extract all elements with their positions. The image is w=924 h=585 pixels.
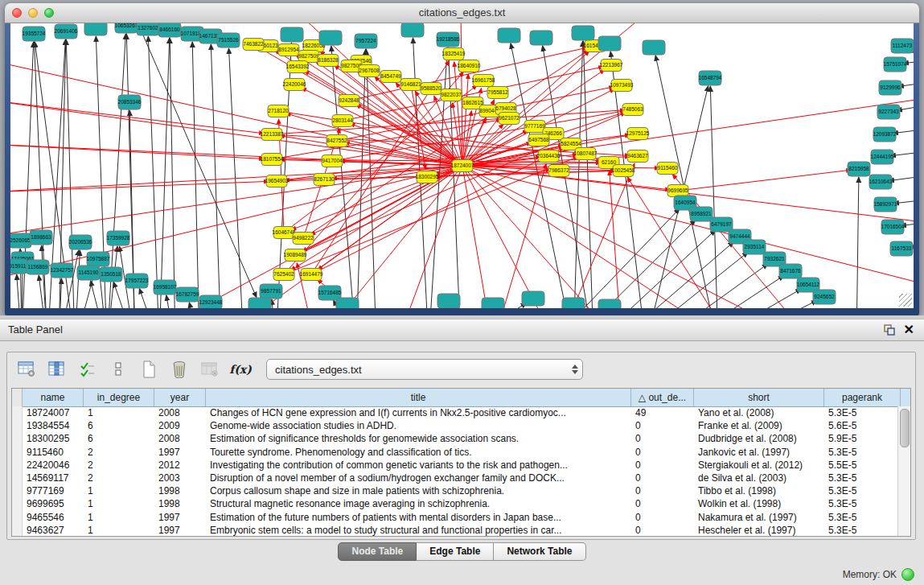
network-node[interactable]: 12213967 <box>600 60 623 72</box>
function-builder-icon[interactable]: f(x) <box>229 358 252 381</box>
network-graph[interactable]: 1872400788601238912954182260589827509165… <box>10 23 914 308</box>
table-row[interactable]: 1938455462009Genome-wide association stu… <box>12 419 898 432</box>
network-node[interactable]: 16961758 <box>472 75 495 87</box>
network-node[interactable]: 9227343 <box>877 105 900 119</box>
network-node[interactable]: 15751074 <box>884 57 907 72</box>
new-document-icon[interactable] <box>138 358 160 381</box>
network-node[interactable]: 9699695 <box>667 185 688 197</box>
network-node[interactable] <box>572 26 594 40</box>
network-node[interactable]: 10807487 <box>574 148 598 160</box>
network-node[interactable]: 12975125 <box>626 128 650 140</box>
network-node[interactable]: 8186328 <box>318 55 339 67</box>
row-checks-icon[interactable] <box>76 358 99 381</box>
network-node[interactable]: 9242848 <box>339 95 359 107</box>
table-row[interactable]: 946362711997Embryonic stem cells: a mode… <box>12 524 898 537</box>
network-node[interactable]: 9245652 <box>813 290 836 304</box>
network-node[interactable]: 2967608 <box>359 65 380 77</box>
network-node[interactable]: 16958107 <box>154 280 177 295</box>
network-node[interactable]: 2935114 <box>743 240 766 254</box>
column-header-in_degree[interactable]: in_degree <box>84 389 154 406</box>
network-node[interactable]: 19355724 <box>23 27 46 41</box>
network-node[interactable]: 2803144 <box>332 115 353 127</box>
network-node[interactable]: 20691406 <box>55 24 78 39</box>
column-header-year[interactable]: year <box>154 389 206 406</box>
network-node[interactable]: 19654903 <box>265 175 289 187</box>
network-node[interactable]: 15892971 <box>874 197 897 212</box>
delete-table-icon[interactable] <box>199 358 221 381</box>
network-node[interactable] <box>598 36 621 51</box>
show-columns-icon[interactable] <box>46 358 68 381</box>
network-node[interactable]: 9498222 <box>293 233 314 245</box>
network-node[interactable]: 12444195 <box>871 150 894 164</box>
network-node[interactable]: 7515526 <box>217 33 240 47</box>
close-icon[interactable]: ✕ <box>904 322 914 337</box>
table-settings-icon[interactable] <box>15 358 38 381</box>
network-node[interactable] <box>319 31 342 45</box>
network-node[interactable]: 1350518 <box>100 267 122 282</box>
network-node[interactable]: 1145190 <box>77 266 100 280</box>
network-canvas[interactable]: 1872400788601238912954182260589827509165… <box>10 23 914 308</box>
table-row[interactable]: 946554611997Estimation of the future num… <box>12 511 898 524</box>
network-node[interactable]: 1112473 <box>891 39 914 53</box>
trash-icon[interactable] <box>168 358 191 381</box>
network-node[interactable]: 9777169 <box>524 121 545 133</box>
network-node[interactable]: 18724007 <box>451 160 474 172</box>
network-node[interactable]: 8466160 <box>158 23 181 37</box>
network-node[interactable]: 12213387 <box>261 129 284 141</box>
float-window-icon[interactable] <box>884 324 895 336</box>
vertical-squares-icon[interactable] <box>107 358 129 381</box>
tab-network-table[interactable]: Network Table <box>494 542 585 561</box>
network-node[interactable] <box>248 298 271 308</box>
column-header-out_degree[interactable]: △ out_de... <box>631 389 694 406</box>
network-node[interactable]: 8912954 <box>278 44 299 56</box>
network-node[interactable]: 6479197 <box>710 217 733 232</box>
network-node[interactable]: 8215958 <box>848 162 870 176</box>
network-node[interactable]: 7957224 <box>355 34 377 48</box>
network-node[interactable]: 18300295 <box>416 171 439 183</box>
network-node[interactable]: 10975887 <box>87 252 110 266</box>
network-node[interactable] <box>84 23 107 35</box>
network-node[interactable]: 7625402 <box>273 269 294 281</box>
network-node[interactable]: 1327602 <box>137 23 159 35</box>
network-node[interactable]: 16210643 <box>869 175 893 189</box>
tab-node-table[interactable]: Node Table <box>338 542 417 561</box>
table-selector-dropdown[interactable]: citations_edges.txt <box>266 359 583 380</box>
network-node[interactable]: 8427552 <box>326 135 347 147</box>
network-node[interactable] <box>401 23 424 37</box>
network-node[interactable] <box>562 298 585 308</box>
network-node[interactable]: 16782759 <box>176 287 199 302</box>
network-node[interactable]: 9115460 <box>657 163 678 175</box>
column-header-title[interactable]: title <box>206 389 631 406</box>
network-node[interactable]: 19089489 <box>284 249 307 262</box>
network-node[interactable] <box>437 294 460 308</box>
network-node[interactable]: 17016504 <box>881 220 905 234</box>
network-node[interactable]: 1156869 <box>27 260 49 274</box>
network-node[interactable]: 9146821 <box>400 79 421 91</box>
network-node[interactable]: 9621072 <box>499 113 519 125</box>
network-node[interactable]: 2526065 <box>10 233 31 248</box>
network-node[interactable]: 18325419 <box>442 48 466 60</box>
table-row[interactable]: 1872400712008Changes of HCN gene express… <box>12 406 898 419</box>
network-node[interactable]: 16914479 <box>300 269 323 281</box>
table-row[interactable]: 911546021997Tourette syndrome. Phenomeno… <box>12 446 898 459</box>
network-node[interactable]: 1898663 <box>30 230 52 245</box>
column-header-short[interactable]: short <box>694 389 824 406</box>
network-node[interactable]: 9588520 <box>421 83 441 95</box>
column-header-name[interactable]: name <box>23 389 84 406</box>
network-node[interactable]: 2718120 <box>268 105 289 117</box>
network-node[interactable]: 12923448 <box>199 295 223 308</box>
tab-edge-table[interactable]: Edge Table <box>417 542 494 561</box>
network-node[interactable]: 10025458 <box>612 165 635 177</box>
network-node[interactable]: 1167533 <box>890 241 913 256</box>
network-node[interactable]: 16543392 <box>286 61 310 73</box>
table-row[interactable]: 1830029562008Estimation of significance … <box>12 432 898 445</box>
network-node[interactable] <box>530 31 552 45</box>
network-node[interactable]: 10653267 <box>115 23 138 33</box>
network-node[interactable] <box>281 27 303 42</box>
network-node[interactable] <box>336 298 359 308</box>
network-node[interactable]: 8471676 <box>779 264 802 278</box>
network-node[interactable]: 20853346 <box>118 95 142 109</box>
network-node[interactable]: 18640910 <box>458 60 481 72</box>
table-row[interactable]: 969969511998Structural magnetic resonanc… <box>12 497 898 510</box>
network-node[interactable]: 9822037 <box>441 89 462 101</box>
